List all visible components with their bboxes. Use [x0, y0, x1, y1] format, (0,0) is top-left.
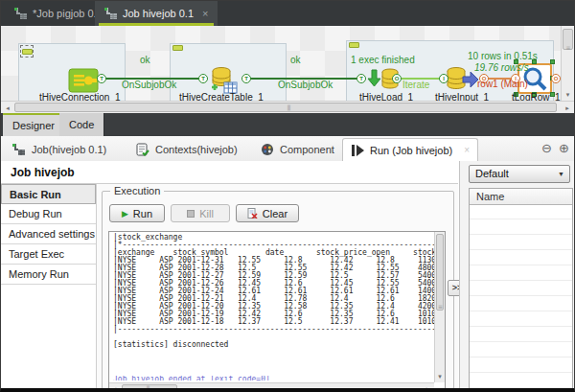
contexts-icon: [136, 143, 150, 156]
sidebar-item-label: Memory Run: [9, 268, 69, 280]
tab-label: Job(hivejob 0.1): [32, 144, 106, 155]
clear-icon: [247, 208, 258, 219]
tab-label: Code: [69, 119, 94, 130]
tab-label: Contexts(hivejob): [155, 144, 238, 155]
tab-designer[interactable]: Designer: [3, 113, 65, 136]
canvas-hscrollbar[interactable]: ◂ ||| ▸: [1, 101, 574, 113]
sidebar-item-target-exec[interactable]: Target Exec: [1, 244, 96, 265]
run-button[interactable]: ▶ Run: [109, 204, 165, 222]
selection-handle[interactable]: [550, 59, 555, 64]
component-label[interactable]: tHiveLoad_1: [359, 92, 413, 101]
connector-badge[interactable]: I: [439, 74, 448, 83]
trigger-badge[interactable]: T: [242, 74, 251, 83]
tab-job-hivejob[interactable]: Job hivejob 0.1 ×: [95, 1, 218, 26]
console-text: |stock_exchange |*----------------------…: [113, 234, 446, 349]
context-panel: Default ▼ Name: [459, 161, 574, 392]
kill-button-label: Kill: [199, 208, 214, 219]
clear-button-label: Clear: [263, 208, 288, 219]
scroll-left-arrow[interactable]: ◂: [2, 103, 13, 113]
run-button-label: Run: [133, 208, 152, 219]
run-sidebar: Basic Run Debug Run Advanced settings Ta…: [1, 184, 97, 392]
console-end-line: Job hivejob ended at [exit code=0]: [113, 376, 270, 380]
link-label-ok-1: ok: [140, 55, 150, 65]
tab-label: Run (Job hivejob): [370, 145, 452, 156]
application-window: *Job pigjob 0.1 Job hivejob 0.1 ×: [0, 0, 575, 392]
sidebar-item-debug-run[interactable]: Debug Run: [1, 204, 96, 224]
execution-panel: Execution ▶ Run Kill Clear |stock_exchan…: [97, 184, 458, 392]
console-hscrollbar[interactable]: ◂ ||| ▸: [109, 382, 434, 392]
page-title: Job hivejob: [11, 166, 75, 179]
collapse-minus-icon[interactable]: [172, 45, 183, 51]
collapse-minus-icon[interactable]: [22, 49, 33, 55]
job-icon: [12, 144, 26, 156]
stat-rate: 19.76 rows/s: [474, 62, 529, 73]
console-output[interactable]: |stock_exchange |*----------------------…: [108, 231, 446, 392]
console-vscrollbar[interactable]: ≡: [434, 232, 445, 371]
run-view-header: Job hivejob: [1, 161, 458, 184]
maximize-view-icon[interactable]: ⊕: [559, 141, 569, 155]
editor-mode-bar: Designer Code: [1, 113, 574, 136]
context-variable-table[interactable]: Name: [469, 188, 573, 392]
link-label-ok-2: ok: [290, 55, 301, 65]
stat-rows: 10 rows in 0.51s: [468, 51, 538, 61]
job-design-canvas[interactable]: T T T T O I O I O ok OnSubjobOk ok OnSub…: [1, 26, 561, 101]
console-scroll-down-arrow[interactable]: ▾: [434, 371, 445, 382]
thiveconnection-icon[interactable]: [68, 68, 99, 93]
thiveinput-icon[interactable]: [446, 66, 478, 93]
chevron-down-icon: ▼: [558, 167, 564, 182]
console-scroll-right-arrow[interactable]: ▸: [423, 384, 433, 392]
context-selector[interactable]: Default ▼: [469, 165, 570, 183]
sidebar-item-label: Advanced settings: [9, 228, 95, 240]
tab-code[interactable]: Code: [59, 113, 104, 136]
trigger-badge[interactable]: T: [198, 74, 208, 83]
canvas-vscrollbar[interactable]: ≡ ▾: [561, 26, 574, 101]
link-label-iterate: Iterate: [402, 80, 429, 90]
tab-job-view[interactable]: Job(hivejob 0.1): [5, 138, 114, 161]
minimize-view-icon[interactable]: ⊖: [541, 141, 552, 155]
connector-badge[interactable]: O: [392, 74, 402, 83]
run-icon: [351, 145, 364, 156]
component-label[interactable]: tHiveCreateTable_1: [179, 92, 264, 101]
link-label-onsubjobok-1: OnSubjobOk: [122, 80, 176, 90]
tab-run-view[interactable]: Run (Job hivejob) ×: [342, 138, 478, 161]
job-icon: [14, 8, 28, 20]
stat-exec-finished: 1 exec finished: [351, 55, 415, 65]
component-label[interactable]: tHiveConnection_1: [39, 92, 121, 101]
component-palette-icon: [261, 143, 274, 156]
view-tab-bar: Job(hivejob 0.1) Contexts(hivejob) Compo…: [1, 136, 574, 161]
tab-component-view[interactable]: Component: [253, 138, 342, 161]
collapse-minus-icon[interactable]: [349, 42, 359, 48]
sidebar-item-memory-run[interactable]: Memory Run: [1, 265, 96, 285]
job-icon: [104, 8, 118, 20]
link-label-onsubjobok-2: OnSubjobOk: [278, 80, 333, 90]
sidebar-item-label: Target Exec: [9, 248, 64, 260]
stop-icon: [187, 210, 195, 218]
component-label[interactable]: tHiveInput_1: [435, 92, 489, 101]
scroll-right-arrow[interactable]: ▸: [562, 103, 573, 113]
trigger-badge[interactable]: T: [97, 74, 106, 83]
clear-button[interactable]: Clear: [236, 204, 299, 222]
close-icon[interactable]: ×: [464, 145, 470, 155]
scroll-down-arrow[interactable]: ▾: [562, 89, 574, 101]
connector-badge[interactable]: O: [551, 74, 561, 83]
trigger-badge[interactable]: T: [356, 74, 366, 83]
close-icon[interactable]: ×: [202, 8, 208, 19]
sidebar-item-label: Basic Run: [10, 189, 61, 200]
context-selector-value: Default: [475, 168, 509, 179]
tab-label: Component: [280, 144, 334, 155]
thivecreatetable-icon[interactable]: [206, 66, 241, 95]
kill-button[interactable]: Kill: [171, 204, 230, 222]
table-header-name[interactable]: Name: [470, 189, 572, 205]
play-icon: ▶: [122, 209, 128, 219]
tab-contexts-view[interactable]: Contexts(hivejob): [128, 138, 245, 161]
link-label-row1-main: row1 (Main): [477, 79, 528, 89]
console-scroll-left-arrow[interactable]: ◂: [109, 384, 120, 392]
execution-group-label: Execution: [110, 185, 164, 196]
tab-label: *Job pigjob 0.1: [33, 8, 103, 19]
tab-label: Job hivejob 0.1: [123, 8, 194, 19]
component-label[interactable]: tLogRow_1: [512, 92, 561, 101]
sidebar-item-advanced-settings[interactable]: Advanced settings: [1, 224, 96, 244]
editor-tab-bar: *Job pigjob 0.1 Job hivejob 0.1 ×: [1, 1, 574, 26]
sidebar-item-basic-run[interactable]: Basic Run: [1, 184, 96, 204]
execution-groupbox: Execution ▶ Run Kill Clear |stock_exchan…: [102, 191, 454, 390]
